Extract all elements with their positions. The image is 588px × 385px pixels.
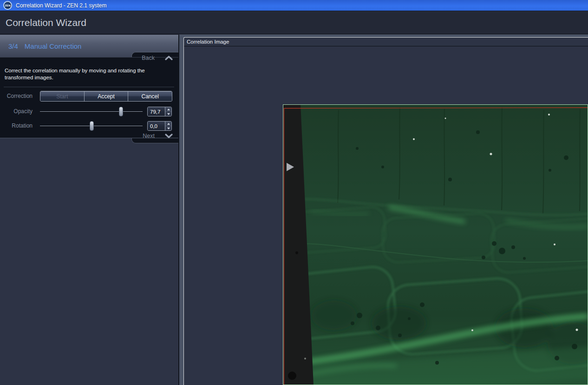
rotation-slider[interactable]: [40, 121, 143, 131]
correction-label: Correction: [0, 93, 33, 100]
triangle-up-icon: [167, 109, 170, 110]
divider: [4, 87, 174, 87]
wizard-sidebar: 3/4 Manual Correction Back Correct the c…: [0, 35, 179, 385]
instruction-text: Correct the correlation manually by movi…: [5, 67, 168, 81]
opacity-spinbox: [147, 107, 172, 116]
rotation-spin-up[interactable]: [165, 122, 171, 126]
accept-button[interactable]: Accept: [84, 91, 128, 101]
rotation-spin-down[interactable]: [165, 126, 171, 130]
triangle-down-icon: [167, 128, 170, 129]
rotation-value-input[interactable]: [148, 122, 165, 130]
next-label: Next: [143, 133, 155, 139]
correlation-image[interactable]: [283, 104, 588, 385]
rotation-slider-thumb[interactable]: [90, 121, 94, 131]
window-titlebar[interactable]: ZEN Correlation Wizard - ZEN 2.1 system: [0, 0, 588, 11]
next-button[interactable]: Next: [143, 131, 173, 141]
triangle-up-icon: [167, 123, 170, 125]
opacity-label: Opacity: [0, 107, 33, 116]
wizard-header-bar: Correlation Wizard: [0, 12, 588, 34]
image-panel-frame: Correlation Image: [179, 34, 588, 385]
start-button[interactable]: Start: [40, 91, 84, 101]
opacity-slider-track[interactable]: [40, 111, 143, 112]
rotation-spin-buttons: [165, 122, 171, 130]
window-title: Correlation Wizard - ZEN 2.1 system: [16, 2, 106, 9]
opacity-spin-up[interactable]: [165, 107, 171, 112]
chevron-down-icon: [165, 134, 173, 138]
chevron-up-icon: [165, 56, 173, 60]
page-title: Correlation Wizard: [6, 17, 86, 28]
step-title: Manual Correction: [25, 42, 82, 50]
opacity-spin-buttons: [165, 107, 171, 116]
wizard-step-panel: 3/4 Manual Correction Back Correct the c…: [0, 35, 178, 143]
back-button[interactable]: Back: [142, 53, 173, 63]
rotation-label: Rotation: [0, 121, 33, 131]
correlation-image-panel: Correlation Image: [183, 37, 588, 385]
opacity-slider[interactable]: [40, 107, 143, 116]
rotation-spinbox: [147, 121, 172, 131]
cancel-button[interactable]: Cancel: [128, 91, 172, 101]
step-number: 3/4: [8, 42, 18, 50]
correction-button-group: Start Accept Cancel: [40, 91, 172, 102]
microscopy-image: [283, 104, 588, 385]
opacity-slider-thumb[interactable]: [119, 107, 123, 116]
opacity-value-input[interactable]: [148, 107, 165, 116]
triangle-down-icon: [167, 113, 170, 115]
correlation-image-tab[interactable]: Correlation Image: [184, 38, 588, 46]
zen-app-icon: ZEN: [3, 1, 12, 10]
back-label: Back: [142, 55, 155, 61]
opacity-spin-down[interactable]: [165, 112, 171, 116]
